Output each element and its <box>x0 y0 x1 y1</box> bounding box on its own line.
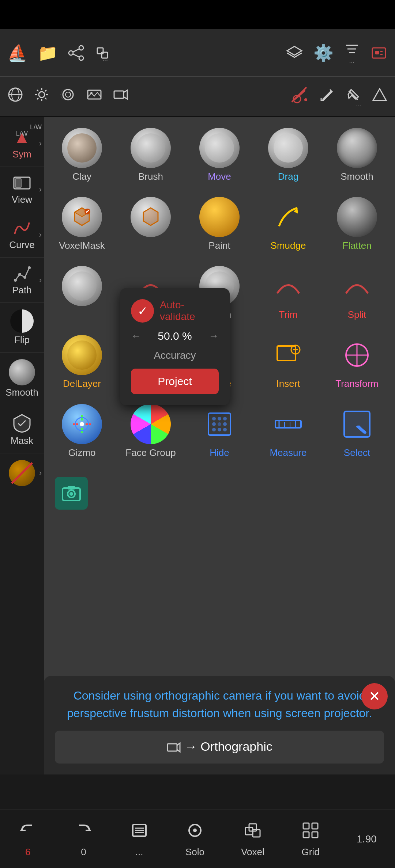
folder-icon[interactable]: 📁 <box>38 43 58 62</box>
voxelmask-icon <box>62 197 102 237</box>
popup-check-row: ✓ Auto-validate <box>131 299 219 323</box>
triangle-icon[interactable] <box>372 87 388 106</box>
nav-redo[interactable]: 0 <box>74 821 93 858</box>
popup-arrow-right[interactable]: → <box>208 330 219 342</box>
tool-facegroup[interactable]: Face Group <box>120 400 181 462</box>
video-icon[interactable] <box>113 87 129 106</box>
nav-undo[interactable]: 6 <box>18 821 37 858</box>
pin-icon[interactable]: ... <box>345 87 361 106</box>
tool-smudge[interactable]: Smudge <box>257 193 319 255</box>
svg-rect-99 <box>312 832 318 838</box>
sidebar-item-sym-label: Sym <box>12 149 31 160</box>
sidebar-item-flip[interactable]: Flip <box>0 303 44 353</box>
nav-solo[interactable]: Solo <box>185 821 204 858</box>
select-icon <box>337 404 377 444</box>
smooth-tool-icon <box>337 128 377 168</box>
measure-label: Measure <box>270 447 306 458</box>
gizmo-label: Gizmo <box>68 447 95 458</box>
move-icon <box>199 128 240 168</box>
undo-icon <box>18 821 37 844</box>
view-icon <box>12 174 31 193</box>
tool-measure[interactable]: Measure <box>257 400 319 462</box>
sidebar-item-path[interactable]: Path › <box>0 258 44 303</box>
orthographic-button[interactable]: → Orthographic <box>55 731 384 764</box>
tool-move[interactable]: Move <box>189 124 250 186</box>
curve-icon <box>12 219 31 238</box>
sun-icon[interactable] <box>34 87 50 106</box>
solo-label: Solo <box>185 846 204 858</box>
popup-container: ✓ Auto-validate ← 50.0 % → Accuracy Proj… <box>120 193 181 255</box>
tool-paint[interactable]: Paint <box>189 193 250 255</box>
sidebar-item-smooth-label: Smooth <box>5 387 38 398</box>
svg-point-67 <box>223 417 227 420</box>
nav-voxel[interactable]: Voxel <box>241 821 264 858</box>
drag-label: Drag <box>278 171 298 182</box>
tool-split[interactable]: Split <box>326 262 388 324</box>
popup-project-button[interactable]: Project <box>131 369 219 394</box>
sidebar-arrow-sym: › <box>39 139 42 148</box>
tool-transform[interactable]: Transform <box>326 331 388 393</box>
sidebar-arrow-view: › <box>39 185 42 194</box>
camera-icon[interactable] <box>55 477 88 510</box>
tool-flatten[interactable]: Flatten <box>326 193 388 255</box>
tool-voxelmask[interactable]: VoxelMask <box>51 193 113 255</box>
share-icon[interactable] <box>68 45 84 61</box>
tool-empty1[interactable] <box>51 262 113 324</box>
svg-point-68 <box>212 422 216 426</box>
filter-icon[interactable]: ... <box>344 41 360 65</box>
sidebar-item-flip-label: Flip <box>14 334 30 346</box>
sidebar-item-extra[interactable]: › <box>0 453 44 493</box>
svg-point-72 <box>218 428 221 431</box>
tool-drag[interactable]: Drag <box>257 124 319 186</box>
settings-icon[interactable]: ⚙️ <box>313 43 334 62</box>
sidebar-item-view[interactable]: View › <box>0 167 44 212</box>
flip-icon <box>10 309 34 333</box>
layers-add-icon[interactable]: ... <box>94 45 110 61</box>
tool-smooth[interactable]: Smooth <box>326 124 388 186</box>
svg-point-71 <box>212 428 216 431</box>
sidebar-item-mask[interactable]: Mask <box>0 405 44 453</box>
notification-close-button[interactable]: ✕ <box>361 683 388 709</box>
paint-cross-icon[interactable] <box>290 85 309 108</box>
nav-menu[interactable]: ... <box>130 821 149 858</box>
extra-icon <box>9 460 35 486</box>
back-icon[interactable]: ⛵ <box>7 43 27 62</box>
popup-accuracy-row: ← 50.0 % → <box>131 330 219 342</box>
sym-badge: L/W <box>16 130 28 138</box>
svg-line-25 <box>45 98 46 99</box>
svg-point-70 <box>223 422 227 426</box>
nav-grid[interactable]: Grid <box>301 821 320 858</box>
svg-line-37 <box>323 91 331 100</box>
sidebar-item-mask-label: Mask <box>11 435 33 446</box>
svg-point-45 <box>28 266 31 269</box>
tool-clay[interactable]: Clay <box>51 124 113 186</box>
popup-arrow-left[interactable]: ← <box>131 330 141 342</box>
svg-point-66 <box>218 417 221 420</box>
tool-gizmo[interactable]: Gizmo <box>51 400 113 462</box>
nav-version: 1.90 <box>357 833 377 845</box>
tool-select[interactable]: Select <box>326 400 388 462</box>
trim-icon <box>268 266 308 306</box>
tool-brush[interactable]: Brush <box>120 124 181 186</box>
transform-icon <box>337 335 377 375</box>
layers-icon[interactable] <box>286 44 303 62</box>
sidebar-item-sym[interactable]: ▲ L/W L/W Sym › <box>0 121 44 167</box>
image-icon[interactable] <box>86 87 102 106</box>
tool-trim[interactable]: Trim <box>257 262 319 324</box>
sidebar-item-smooth[interactable]: Smooth <box>0 353 44 405</box>
tool-voxelmask2[interactable] <box>120 193 181 244</box>
redo-count: 0 <box>81 846 86 858</box>
lens-icon[interactable] <box>60 87 76 106</box>
sidebar-item-curve-label: Curve <box>9 239 34 251</box>
sidebar-item-curve[interactable]: Curve › <box>0 212 44 258</box>
split-label: Split <box>348 309 366 320</box>
render-icon[interactable] <box>370 44 388 62</box>
svg-line-4 <box>73 54 79 57</box>
header-left-icons: ⛵ 📁 ... <box>7 43 110 62</box>
tool-dellayer[interactable]: DelLayer <box>51 331 113 393</box>
pen-icon[interactable] <box>319 87 335 106</box>
tool-hide[interactable]: Hide <box>189 400 250 462</box>
grid-icon[interactable] <box>7 87 23 106</box>
tool-insert[interactable]: Insert <box>257 331 319 393</box>
grid-label: Grid <box>301 846 319 858</box>
